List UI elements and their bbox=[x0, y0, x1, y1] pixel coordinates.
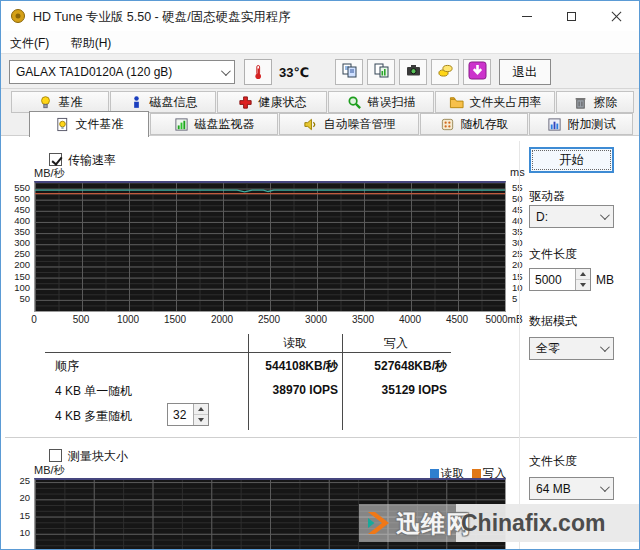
watermark: 迅维网 Chinafix.com bbox=[359, 504, 640, 542]
close-button[interactable] bbox=[594, 1, 639, 31]
health-icon bbox=[238, 95, 253, 110]
screenshot-button[interactable] bbox=[399, 59, 427, 85]
row-4k-multi-label: 4 KB 多重随机 bbox=[55, 408, 132, 425]
sequential-write-value: 527648KB/秒 bbox=[343, 358, 447, 375]
copy-text-icon bbox=[341, 62, 358, 82]
tick-label: 10 bbox=[19, 527, 30, 538]
tab-random-access-label: 随机存取 bbox=[461, 116, 509, 133]
tab-disk-monitor[interactable]: 磁盘监视器 bbox=[150, 113, 278, 135]
screenshot-icon bbox=[405, 62, 422, 82]
tick-label: 5 bbox=[512, 293, 517, 304]
tick-label: 100 bbox=[14, 282, 30, 293]
queue-depth-spinner[interactable]: 32 bbox=[167, 403, 209, 426]
checkbox-unchecked-icon bbox=[49, 449, 62, 462]
file-length-label: 文件长度 bbox=[529, 246, 577, 263]
copy-image-icon bbox=[373, 62, 390, 82]
tick-label: 35 bbox=[512, 226, 523, 237]
write-column-header: 写入 bbox=[343, 335, 449, 352]
device-select[interactable]: GALAX TA1D0120A (120 gB) bbox=[9, 60, 235, 84]
main-chart-x-ticks: 0500100015002000250030003500400045005000… bbox=[34, 314, 534, 328]
tick-label: 250 bbox=[14, 248, 30, 259]
tab-benchmark[interactable]: 基准 bbox=[11, 91, 109, 113]
file-length-value: 5000 bbox=[530, 269, 575, 290]
download-button[interactable] bbox=[463, 59, 491, 85]
main-chart-y-ticks: 55050045040035030025020015010050 bbox=[7, 182, 32, 310]
file-length-spin-buttons[interactable] bbox=[575, 269, 590, 290]
tab-extra-tests[interactable]: 附加测试 bbox=[529, 113, 633, 135]
tab-erase[interactable]: 擦除 bbox=[556, 91, 634, 113]
checkbox-checked-icon bbox=[49, 153, 62, 166]
queue-depth-spin-buttons[interactable] bbox=[193, 404, 208, 425]
chinafix-arrow-icon bbox=[365, 509, 393, 540]
device-select-value: GALAX TA1D0120A (120 gB) bbox=[16, 65, 172, 79]
exit-button[interactable]: 退出 bbox=[499, 59, 551, 85]
tick-label: 10 bbox=[512, 282, 523, 293]
donate-button[interactable] bbox=[431, 59, 459, 85]
tab-aam[interactable]: 自动噪音管理 bbox=[279, 113, 419, 135]
window-title: HD Tune 专业版 5.50 - 硬盘/固态硬盘实用程序 bbox=[33, 9, 291, 26]
tab-row-1: 基准磁盘信息健康状态错误扫描文件夹占用率擦除 bbox=[11, 91, 635, 113]
tab-disk-info[interactable]: 磁盘信息 bbox=[110, 91, 216, 113]
sequential-read-value: 544108KB/秒 bbox=[249, 358, 338, 375]
chevron-down-icon bbox=[600, 210, 610, 220]
tick-label: 25 bbox=[512, 248, 523, 259]
tick-label: 500 bbox=[73, 314, 90, 325]
exit-button-label: 退出 bbox=[513, 64, 538, 81]
drive-select-value: D: bbox=[536, 210, 548, 224]
tick-label: 2000 bbox=[211, 314, 233, 325]
4k-single-read-value: 38970 IOPS bbox=[249, 383, 338, 397]
start-button[interactable]: 开始 bbox=[529, 147, 614, 173]
chevron-down-icon bbox=[600, 482, 610, 492]
disk-info-icon bbox=[129, 95, 144, 110]
copy-text-button[interactable] bbox=[335, 59, 363, 85]
tick-label: 20 bbox=[19, 492, 30, 503]
benchmark-icon bbox=[38, 95, 53, 110]
start-button-label: 开始 bbox=[559, 152, 584, 169]
tick-label: 500 bbox=[14, 193, 30, 204]
block-size-label: 测量块大小 bbox=[68, 449, 128, 463]
right-panel-divider bbox=[519, 141, 520, 549]
tick-label: 200 bbox=[14, 259, 30, 270]
temperature-button[interactable] bbox=[244, 59, 272, 85]
tick-label: 2500 bbox=[258, 314, 280, 325]
chevron-down-icon bbox=[221, 66, 231, 76]
tick-label: 30 bbox=[512, 237, 523, 248]
temperature-value: 33℃ bbox=[279, 65, 309, 80]
tab-strip: 基准磁盘信息健康状态错误扫描文件夹占用率擦除 文件基准磁盘监视器自动噪音管理随机… bbox=[1, 89, 639, 135]
tick-label: 55 bbox=[512, 182, 523, 193]
file-benchmark-icon bbox=[55, 117, 70, 132]
tab-file-benchmark-label: 文件基准 bbox=[76, 116, 124, 133]
tick-label: 550 bbox=[14, 182, 30, 193]
tick-label: 3000 bbox=[305, 314, 327, 325]
error-scan-icon bbox=[347, 95, 362, 110]
tick-label: 45 bbox=[512, 204, 523, 215]
drive-select[interactable]: D: bbox=[529, 205, 614, 228]
tab-health[interactable]: 健康状态 bbox=[217, 91, 327, 113]
tab-folder-usage[interactable]: 文件夹占用率 bbox=[435, 91, 555, 113]
tab-erase-label: 擦除 bbox=[594, 94, 618, 111]
tick-label: 20 bbox=[512, 259, 523, 270]
data-mode-select[interactable]: 全零 bbox=[529, 337, 614, 360]
tick-label: 300 bbox=[14, 237, 30, 248]
erase-icon bbox=[573, 95, 588, 110]
toolbar: GALAX TA1D0120A (120 gB) 33℃ 退出 bbox=[1, 53, 639, 89]
title-bar[interactable]: HD Tune 专业版 5.50 - 硬盘/固态硬盘实用程序 bbox=[1, 1, 639, 31]
tick-label: 400 bbox=[14, 215, 30, 226]
copy-image-button[interactable] bbox=[367, 59, 395, 85]
file-length-spinner[interactable]: 5000 bbox=[529, 268, 591, 291]
section-separator bbox=[5, 437, 637, 438]
tab-random-access[interactable]: 随机存取 bbox=[420, 113, 528, 135]
minimize-button[interactable] bbox=[504, 1, 549, 31]
transfer-rate-label: 传输速率 bbox=[68, 153, 116, 167]
spin-up-icon bbox=[580, 272, 586, 276]
bottom-file-length-select[interactable]: 64 MB bbox=[529, 477, 614, 500]
tick-label: 25 bbox=[19, 475, 30, 486]
tick-label: 150 bbox=[14, 271, 30, 282]
tab-error-scan[interactable]: 错误扫描 bbox=[328, 91, 434, 113]
spin-down-icon bbox=[580, 283, 586, 287]
maximize-button[interactable] bbox=[549, 1, 594, 31]
toolbar-buttons bbox=[335, 59, 491, 85]
row-sequential-label: 顺序 bbox=[55, 358, 79, 375]
tick-label: 1500 bbox=[164, 314, 186, 325]
tab-file-benchmark[interactable]: 文件基准 bbox=[29, 111, 149, 137]
